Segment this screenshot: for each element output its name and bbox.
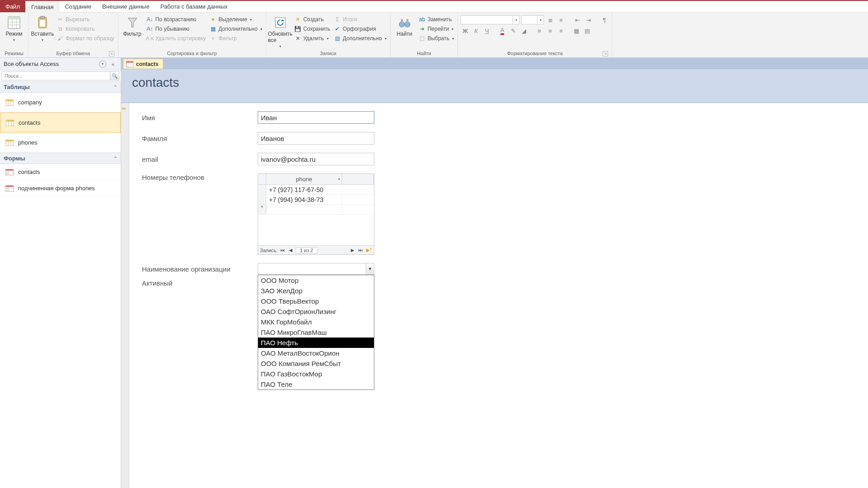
nav-section-tables[interactable]: Таблицы⌃ xyxy=(0,81,121,93)
underline-button[interactable]: Ч xyxy=(482,26,491,35)
collapse-pane-icon[interactable]: « xyxy=(109,61,117,67)
combo-option[interactable]: ПАО МикроГлавМаш xyxy=(258,327,374,338)
nav-item-table-company[interactable]: company xyxy=(0,93,121,113)
replace-button[interactable]: abЗаменить xyxy=(418,15,455,23)
document-tab-contacts[interactable]: contacts xyxy=(123,59,163,69)
svg-rect-30 xyxy=(6,172,9,173)
chevron-down-icon[interactable]: ▼ xyxy=(366,263,374,274)
field-email[interactable]: ivanov@pochta.ru xyxy=(258,153,374,165)
ribbon-group-sort-filter: Фильтр A↓По возрастанию A↑По убыванию A⨯… xyxy=(118,13,266,57)
refresh-all-button[interactable]: Обновить все ▾ xyxy=(269,15,292,48)
find-button[interactable]: Найти xyxy=(393,15,416,37)
chevron-down-icon: ▾ xyxy=(42,38,43,42)
nav-item-form-contacts[interactable]: contacts xyxy=(0,164,121,180)
selection-filter-button[interactable]: ▾Выделение▾ xyxy=(208,15,263,23)
label-email: email xyxy=(142,155,258,163)
nav-header[interactable]: Все объекты Access ▾ « xyxy=(0,58,121,70)
highlight-button[interactable]: ✎ xyxy=(509,26,518,35)
tab-home[interactable]: Главная xyxy=(25,1,59,13)
combo-organization[interactable]: ▼ xyxy=(258,263,374,275)
sort-desc-button[interactable]: A↑По убыванию xyxy=(146,25,207,33)
font-color-button[interactable]: A xyxy=(498,26,507,35)
copy-button[interactable]: ⧉Копировать xyxy=(56,25,115,33)
filter-button[interactable]: Фильтр xyxy=(121,15,144,37)
chevron-down-icon[interactable]: ▾ xyxy=(99,61,106,68)
paste-button[interactable]: Вставить ▾ xyxy=(31,15,54,42)
search-icon[interactable]: 🔍 xyxy=(110,72,119,80)
numbering-button[interactable]: ≡ xyxy=(557,15,566,24)
combo-option[interactable]: ПАО Нефть xyxy=(258,338,374,348)
chevron-down-icon: ▾ xyxy=(13,38,15,42)
document-tabbar: contacts xyxy=(121,58,868,69)
tab-external-data[interactable]: Внешние данные xyxy=(97,1,155,12)
gridlines-button[interactable]: ▦ xyxy=(572,26,581,35)
dialog-launcher-icon[interactable]: ↘ xyxy=(109,51,114,56)
combo-option[interactable]: МКК ГорМобайл xyxy=(258,317,374,327)
align-center-button[interactable]: ≡ xyxy=(546,26,555,35)
tab-create[interactable]: Создание xyxy=(59,1,97,12)
more-records-button[interactable]: ▤Дополнительно▾ xyxy=(333,34,387,42)
cut-button[interactable]: ✂Вырезать xyxy=(56,15,115,23)
new-record-button[interactable]: ✳Создать xyxy=(293,15,331,23)
decrease-indent-button[interactable]: ⇤ xyxy=(573,15,582,24)
subform-column-phone[interactable]: phone▾ xyxy=(266,174,342,184)
field-name[interactable]: Иван xyxy=(258,111,374,124)
goto-button[interactable]: ➜Перейти▾ xyxy=(418,25,455,33)
clear-sort-button[interactable]: A⨯Удалить сортировку xyxy=(146,34,207,42)
record-selector[interactable]: ✎ xyxy=(121,103,129,488)
italic-button[interactable]: К xyxy=(472,26,481,35)
subform-record-nav: Запись: ⏮ ◀ 1 из 2 ▶ ⏭ ▶* xyxy=(258,245,374,254)
advanced-filter-button[interactable]: ▦Дополнительно▾ xyxy=(208,25,263,33)
font-family-dropdown[interactable]: ▾ xyxy=(461,15,519,24)
text-direction-button[interactable]: ¶ xyxy=(600,15,609,24)
bullets-button[interactable]: ≣ xyxy=(546,15,555,24)
subform-row[interactable]: +7 (994) 904-38-73 xyxy=(258,195,374,205)
spelling-button[interactable]: ✔Орфография xyxy=(333,25,387,33)
nav-new-icon[interactable]: ▶* xyxy=(366,248,372,253)
combo-option[interactable]: ООО ТверьВектор xyxy=(258,296,374,306)
combo-option[interactable]: ПАО ГазВостокМор xyxy=(258,369,374,379)
combo-option[interactable]: ООО Компания РемСбыт xyxy=(258,358,374,369)
funnel-icon: ▿ xyxy=(209,35,217,42)
format-painter-button[interactable]: 🖌Формат по образцу xyxy=(56,34,115,42)
fill-color-button[interactable]: ◢ xyxy=(519,26,528,35)
nav-section-forms[interactable]: Формы⌃ xyxy=(0,153,121,164)
subform-new-row[interactable]: * xyxy=(258,205,374,215)
refresh-icon xyxy=(273,15,288,30)
font-size-dropdown[interactable]: ▾ xyxy=(521,15,544,24)
arrow-right-icon: ➜ xyxy=(419,25,426,33)
align-right-button[interactable]: ≡ xyxy=(557,26,566,35)
nav-search-input[interactable] xyxy=(2,72,110,80)
nav-next-icon[interactable]: ▶ xyxy=(349,248,356,253)
tab-database-tools[interactable]: Работа с базами данных xyxy=(155,1,233,12)
svg-rect-25 xyxy=(5,140,14,141)
alt-row-color-button[interactable]: ▤ xyxy=(583,26,592,35)
nav-item-form-phones-sub[interactable]: подчиненная форма phones xyxy=(0,180,121,197)
ribbon-group-text-formatting: ▾ ▾ ≣ ≡ ⇤ ⇥ ¶ Ж К Ч A ✎ ◢ xyxy=(458,13,612,57)
combo-option[interactable]: ОАО СофтОрионЛизинг xyxy=(258,306,374,317)
save-icon: 💾 xyxy=(294,25,302,33)
tab-file[interactable]: Файл xyxy=(0,1,25,12)
nav-prev-icon[interactable]: ◀ xyxy=(288,248,294,253)
nav-last-icon[interactable]: ⏭ xyxy=(358,248,364,253)
combo-option[interactable]: ОАО МеталВостокОрион xyxy=(258,348,374,358)
combo-option[interactable]: ПАО Теле xyxy=(258,379,374,389)
toggle-filter-button[interactable]: ▿Фильтр xyxy=(208,34,263,42)
save-record-button[interactable]: 💾Сохранить xyxy=(293,25,331,33)
totals-button[interactable]: ΣИтоги xyxy=(333,15,387,23)
nav-item-table-contacts[interactable]: contacts xyxy=(0,113,121,133)
field-surname[interactable]: Иванов xyxy=(258,132,374,145)
dialog-launcher-icon[interactable]: ↘ xyxy=(603,51,608,56)
view-mode-button[interactable]: Режим ▾ xyxy=(3,15,25,42)
combo-option[interactable]: ЗАО ЖелДор xyxy=(258,286,374,296)
nav-first-icon[interactable]: ⏮ xyxy=(279,248,286,253)
select-button[interactable]: ⬚Выбрать▾ xyxy=(418,34,455,42)
combo-option[interactable]: ООО Мотор xyxy=(258,275,374,286)
bold-button[interactable]: Ж xyxy=(461,26,470,35)
subform-row[interactable]: +7 (927) 117-67-50 xyxy=(258,185,374,195)
sort-asc-button[interactable]: A↓По возрастанию xyxy=(146,15,207,23)
align-left-button[interactable]: ≡ xyxy=(535,26,544,35)
increase-indent-button[interactable]: ⇥ xyxy=(584,15,593,24)
nav-item-table-phones[interactable]: phones xyxy=(0,133,121,153)
delete-record-button[interactable]: ✕Удалить▾ xyxy=(293,34,331,42)
